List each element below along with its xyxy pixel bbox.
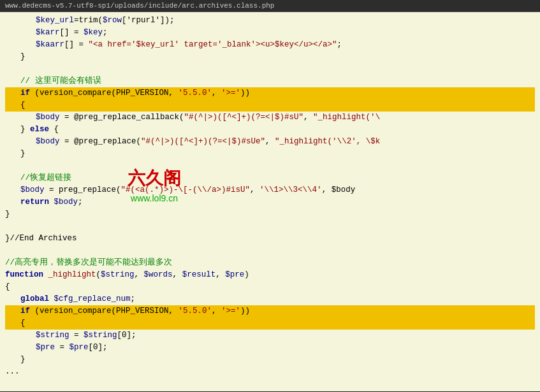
line: //恢复超链接 — [5, 172, 535, 184]
title-bar: www.dedecms-v5.7-utf8-sp1/uploads/includ… — [0, 0, 540, 12]
line: $kaarr[] = "<a href='$key_url' target='_… — [5, 39, 535, 51]
line: ... — [5, 366, 535, 378]
line — [5, 221, 535, 233]
title-text: www.dedecms-v5.7-utf8-sp1/uploads/includ… — [5, 2, 274, 10]
line: $key_url=trim($row['rpurl']); — [5, 15, 535, 27]
line: { — [5, 99, 535, 112]
line: { — [5, 317, 535, 330]
line — [5, 63, 535, 75]
line: $karr[] = $key; — [5, 27, 535, 39]
line — [5, 245, 535, 257]
line: } — [5, 354, 535, 366]
line: return $body; — [5, 196, 535, 208]
line: } — [5, 208, 535, 221]
line: }//End Archives — [5, 233, 535, 245]
line: global $cfg_replace_num; — [5, 293, 535, 305]
line: // 这里可能会有错误 — [5, 75, 535, 87]
line: if (version_compare(PHP_VERSION, '5.5.0'… — [5, 305, 535, 317]
line: $body = @preg_replace_callback("#(^|>)([… — [5, 112, 535, 124]
line — [5, 160, 535, 172]
line: } — [5, 51, 535, 63]
line: $body = @preg_replace("#(^|>)([^<]+)(?=<… — [5, 136, 535, 148]
line: //高亮专用，替换多次是可能不能达到最多次 — [5, 257, 535, 269]
line: $pre = $pre[0]; — [5, 342, 535, 354]
line: } — [5, 148, 535, 160]
line: { — [5, 281, 535, 293]
code-area: $key_url=trim($row['rpurl']); $karr[] = … — [0, 12, 540, 391]
line: function _highlight($string, $words, $re… — [5, 269, 535, 281]
line: } else { — [5, 124, 535, 136]
line: $body = preg_replace("#(<a(.*)>)-\[-(\\/… — [5, 184, 535, 196]
line: if (version_compare(PHP_VERSION, '5.5.0'… — [5, 87, 535, 99]
line: $string = $string[0]; — [5, 330, 535, 342]
